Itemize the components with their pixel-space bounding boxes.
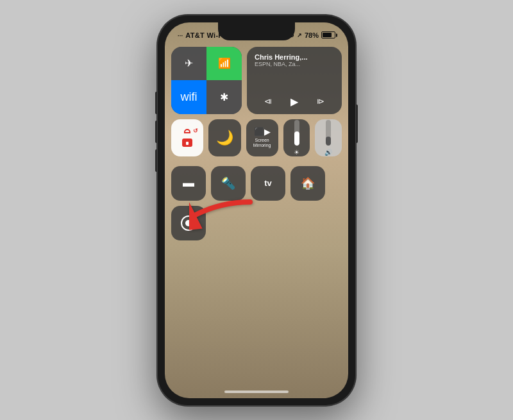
bluetooth-icon: ✱	[220, 91, 228, 103]
phone-body: ··· AT&T Wi-Fi ⇡ ⊕ ↗ 78%	[157, 15, 356, 406]
last-row	[171, 206, 342, 240]
wifi-icon: wifi	[181, 90, 198, 104]
toggle-icon: ▬	[183, 176, 194, 190]
play-button[interactable]: ▶	[290, 96, 298, 108]
orientation-lock-toggle[interactable]: ▬	[171, 166, 206, 201]
page-background: ··· AT&T Wi-Fi ⇡ ⊕ ↗ 78%	[0, 0, 513, 420]
flashlight-button[interactable]: 🔦	[211, 166, 246, 201]
speaker-icon: 🔊	[324, 149, 332, 156]
appletv-button[interactable]: tv	[251, 166, 285, 201]
brightness-track	[294, 120, 299, 146]
appletv-icon: tv	[264, 178, 272, 188]
flashlight-icon: 🔦	[221, 176, 235, 190]
now-playing-panel: Chris Herring,... ESPN, NBA, Za... ⧏ ▶ ⧐	[247, 47, 342, 114]
moon-icon: 🌙	[216, 130, 233, 146]
second-row: ↺ 🌙 ⬛▶ Screen Mirroring	[171, 119, 342, 161]
now-playing-info: Chris Herring,... ESPN, NBA, Za...	[255, 53, 334, 67]
top-row: ✈ 📶 wifi ✱ Chris	[171, 47, 342, 114]
connectivity-panel: ✈ 📶 wifi ✱	[171, 47, 242, 114]
control-center: ✈ 📶 wifi ✱ Chris	[171, 47, 342, 373]
cellular-button[interactable]: 📶	[206, 47, 242, 81]
screen-mirror-label: Screen Mirroring	[253, 138, 271, 149]
record-icon	[181, 215, 196, 231]
brightness-slider[interactable]: ☀	[283, 119, 310, 156]
next-button[interactable]: ⧐	[317, 97, 324, 106]
volume-track	[326, 120, 331, 146]
home-indicator	[224, 391, 289, 393]
home-icon: 🏠	[301, 176, 315, 190]
lock-rotation-button[interactable]: ↺	[171, 119, 203, 156]
lock-rotation-icon: ↺	[179, 129, 196, 147]
brightness-fill	[294, 131, 299, 146]
night-mode-button[interactable]: 🌙	[208, 119, 240, 156]
home-button[interactable]: 🏠	[290, 166, 325, 201]
battery-percent: 78%	[305, 31, 319, 39]
volume-slider[interactable]: 🔊	[315, 119, 342, 156]
wifi-button[interactable]: wifi	[171, 80, 206, 114]
screen-mirror-icon: ⬛▶	[254, 127, 271, 137]
volume-up-button[interactable]	[155, 121, 157, 143]
screen-record-button[interactable]	[171, 206, 206, 240]
airplane-mode-button[interactable]: ✈	[171, 47, 206, 81]
battery-area: ⊕ ↗ 78%	[289, 31, 335, 39]
airplane-icon: ✈	[185, 57, 193, 69]
previous-button[interactable]: ⧏	[264, 97, 272, 106]
np-controls: ⧏ ▶ ⧐	[255, 96, 334, 108]
sun-icon: ☀	[294, 149, 299, 156]
phone-screen: ··· AT&T Wi-Fi ⇡ ⊕ ↗ 78%	[165, 22, 348, 398]
volume-fill	[326, 137, 331, 146]
bluetooth-button[interactable]: ✱	[206, 80, 242, 114]
np-title: Chris Herring,...	[255, 53, 334, 61]
np-subtitle: ESPN, NBA, Za...	[255, 61, 334, 67]
quick-actions-row: ▬ 🔦 tv 🏠	[171, 166, 342, 201]
battery-icon	[321, 31, 335, 38]
notch	[218, 22, 295, 40]
volume-down-button[interactable]	[155, 149, 157, 172]
screen-mirroring-button[interactable]: ⬛▶ Screen Mirroring	[246, 119, 278, 156]
cellular-icon: 📶	[218, 57, 231, 69]
